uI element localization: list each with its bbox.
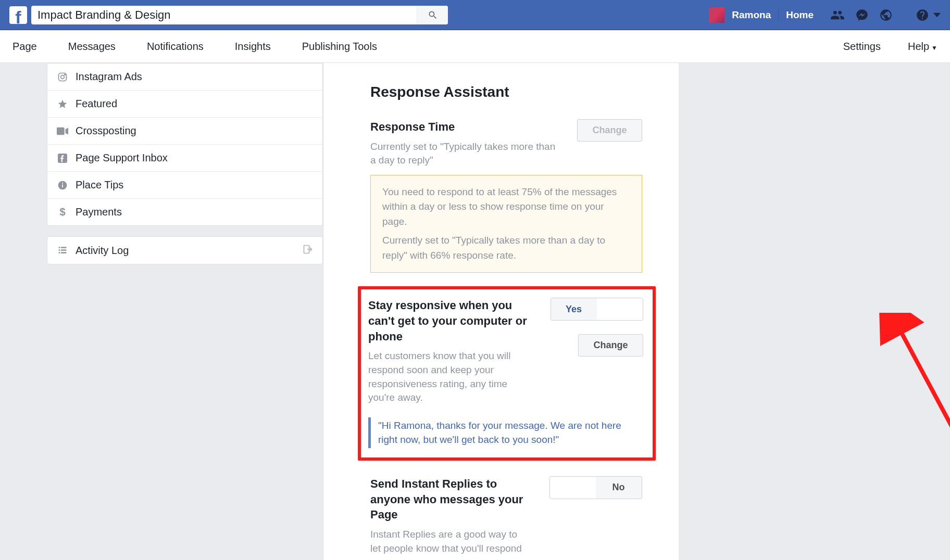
toggle-yes[interactable]: Yes [551, 298, 597, 320]
toggle-blank[interactable] [597, 298, 643, 320]
sidebar-item-place-tips[interactable]: Place Tips [47, 172, 322, 199]
section-response-time: Response Time Currently set to "Typicall… [370, 119, 642, 273]
notice-line: Currently set to "Typically takes more t… [382, 233, 630, 263]
topbar-right: Ramona Home [709, 7, 941, 23]
page-title: Response Assistant [370, 84, 642, 100]
annotation-highlight: Stay responsive when you can't get to yo… [358, 286, 656, 461]
divider [778, 9, 779, 21]
svg-rect-11 [61, 249, 67, 251]
sidebar-item-page-support-inbox[interactable]: Page Support Inbox [47, 145, 322, 172]
section-title: Send Instant Replies to anyone who messa… [370, 476, 529, 523]
facebook-logo[interactable]: f [9, 6, 27, 24]
main-panel: Response Assistant Response Time Current… [323, 63, 679, 560]
section-desc: Instant Replies are a good way to let pe… [370, 528, 529, 560]
info-icon [57, 180, 68, 191]
user-name-link[interactable]: Ramona [732, 9, 771, 21]
instagram-icon [57, 71, 68, 83]
star-icon [57, 98, 68, 110]
sidebar-item-payments[interactable]: $ Payments [47, 199, 322, 225]
svg-rect-9 [61, 247, 67, 248]
messenger-icon[interactable] [855, 8, 869, 22]
nav-notifications[interactable]: Notifications [147, 41, 204, 53]
sidebar-item-label: Instagram Ads [76, 71, 142, 83]
search-icon [428, 10, 438, 20]
search-button[interactable] [417, 6, 448, 24]
video-icon [57, 125, 68, 137]
svg-point-7 [62, 182, 63, 183]
section-desc: Currently set to "Typically takes more t… [370, 140, 556, 168]
avatar[interactable] [709, 7, 724, 23]
home-link[interactable]: Home [786, 9, 814, 21]
exit-icon [303, 244, 313, 257]
section-instant-replies: Send Instant Replies to anyone who messa… [370, 476, 642, 560]
sidebar-activity-group: Activity Log [47, 236, 323, 264]
sidebar-item-activity-log[interactable]: Activity Log [47, 237, 322, 264]
search-box [31, 6, 448, 24]
change-button[interactable]: Change [578, 334, 643, 357]
sidebar-item-label: Page Support Inbox [76, 152, 168, 164]
toggle-yes-no[interactable]: Yes [551, 298, 643, 321]
sidebar: Instagram Ads Featured Crossposting Page… [47, 63, 323, 560]
secondary-nav: Page Messages Notifications Insights Pub… [0, 30, 950, 63]
section-stay-responsive: Stay responsive when you can't get to yo… [368, 298, 643, 448]
sidebar-item-instagram-ads[interactable]: Instagram Ads [47, 63, 322, 91]
toggle-blank[interactable] [550, 477, 596, 499]
sidebar-item-label: Place Tips [76, 179, 123, 191]
dollar-icon: $ [57, 207, 68, 218]
icon-cluster [830, 8, 893, 22]
help-icon [916, 8, 929, 22]
top-bar: f Ramona Home [0, 0, 950, 30]
sidebar-item-featured[interactable]: Featured [47, 91, 322, 118]
notice-line: You need to respond to at least 75% of t… [382, 185, 630, 230]
notice-box: You need to respond to at least 75% of t… [370, 175, 642, 273]
change-button[interactable]: Change [577, 119, 642, 142]
svg-rect-13 [61, 252, 67, 253]
sidebar-main-group: Instagram Ads Featured Crossposting Page… [47, 63, 323, 226]
svg-rect-6 [62, 184, 63, 187]
toggle-yes-no[interactable]: No [549, 476, 642, 499]
globe-icon[interactable] [879, 8, 893, 22]
svg-point-1 [61, 75, 65, 79]
sidebar-item-crossposting[interactable]: Crossposting [47, 118, 322, 145]
nav-settings[interactable]: Settings [843, 41, 881, 53]
sidebar-item-label: Payments [76, 206, 122, 218]
auto-reply-preview: "Hi Ramona, thanks for your message. We … [368, 417, 643, 448]
sidebar-item-label: Activity Log [76, 245, 129, 257]
search-input[interactable] [31, 8, 417, 22]
svg-rect-3 [57, 127, 65, 135]
facebook-small-icon [57, 152, 68, 164]
sidebar-item-label: Featured [76, 98, 117, 110]
sidebar-item-label: Crossposting [76, 125, 136, 137]
section-title: Response Time [370, 119, 556, 135]
section-title: Stay responsive when you can't get to yo… [368, 298, 530, 344]
svg-rect-8 [59, 247, 60, 248]
help-cluster[interactable] [916, 8, 941, 22]
nav-insights[interactable]: Insights [235, 41, 271, 53]
list-icon [57, 245, 68, 256]
svg-rect-12 [59, 252, 60, 253]
nav-publishing-tools[interactable]: Publishing Tools [302, 41, 377, 53]
nav-messages[interactable]: Messages [68, 41, 116, 53]
toggle-no[interactable]: No [596, 477, 642, 499]
dropdown-caret-icon [933, 11, 941, 19]
content: Instagram Ads Featured Crossposting Page… [0, 63, 950, 560]
nav-help[interactable]: Help▼ [908, 41, 938, 53]
friend-requests-icon[interactable] [830, 8, 845, 22]
svg-point-2 [65, 74, 66, 75]
nav-page[interactable]: Page [12, 41, 37, 53]
caret-down-icon: ▼ [931, 44, 938, 52]
svg-rect-10 [59, 249, 60, 251]
section-desc: Let customers know that you will respond… [368, 349, 530, 404]
